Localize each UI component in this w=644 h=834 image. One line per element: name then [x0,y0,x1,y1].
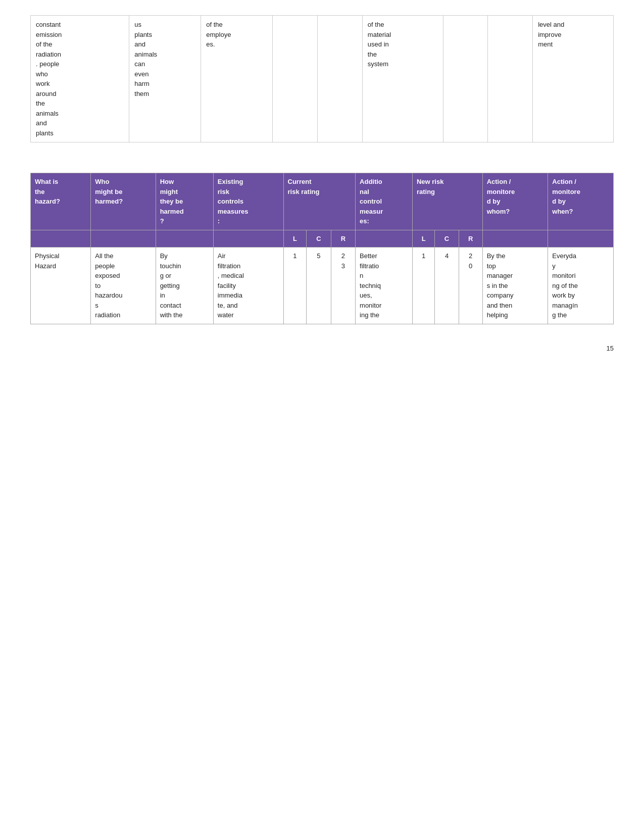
page-number: 15 [30,345,614,352]
cell-action-who: By the top manager s in the company and … [482,248,548,324]
top-cell-9: level and improve ment [533,16,614,142]
top-cell-4 [273,16,318,142]
cell-C: 5 [307,248,331,324]
header-action-when: Action / monitore d by when? [548,173,614,230]
header-controls: Existing risk controls measures : [213,173,283,230]
table-row: Physical Hazard All the people exposed t… [31,248,614,324]
subheader-R: R [331,230,355,248]
top-cell-2: us plants and animals can even harm them [129,16,201,142]
subheader-empty7 [548,230,614,248]
subheader-empty2 [91,230,156,248]
subheader-empty1 [31,230,91,248]
cell-controls: Air filtration , medical facility immedi… [213,248,283,324]
subheader-empty3 [156,230,213,248]
top-table: constant emission of the radiation . peo… [30,15,614,142]
risk-table: What is the hazard? Who might be harmed?… [30,173,614,324]
subheader-empty6 [482,230,548,248]
cell-how: By touchin g or getting in contact with … [156,248,213,324]
cell-R: 2 3 [331,248,355,324]
cell-hazard: Physical Hazard [31,248,91,324]
cell-R2: 2 0 [459,248,482,324]
top-cell-6: of the material used in the system [362,16,443,142]
subheader-empty5 [356,230,413,248]
cell-L2: 1 [412,248,435,324]
risk-table-subheader: L C R L C R [31,230,614,248]
top-cell-7 [443,16,488,142]
header-current-rating: Current risk rating [283,173,356,230]
cell-additional: Better filtratio n techniq ues, monitor … [356,248,413,324]
subheader-R2: R [459,230,482,248]
subheader-L: L [283,230,307,248]
top-cell-3: of the employe es. [201,16,273,142]
subheader-L2: L [412,230,435,248]
top-cell-8 [488,16,533,142]
header-how: How might they be harmed ? [156,173,213,230]
subheader-empty4 [213,230,283,248]
header-who: Who might be harmed? [91,173,156,230]
header-new-risk: New risk rating [412,173,482,230]
cell-L: 1 [283,248,307,324]
header-action-who: Action / monitore d by whom? [482,173,548,230]
risk-table-header: What is the hazard? Who might be harmed?… [31,173,614,230]
header-hazard: What is the hazard? [31,173,91,230]
top-cell-1: constant emission of the radiation . peo… [31,16,129,142]
cell-who: All the people exposed to hazardou s rad… [91,248,156,324]
top-cell-5 [318,16,363,142]
subheader-C: C [307,230,331,248]
cell-action-when: Everyda y monitori ng of the work by man… [548,248,614,324]
cell-C2: 4 [435,248,459,324]
header-additional: Additio nal control measur es: [356,173,413,230]
subheader-C2: C [435,230,459,248]
